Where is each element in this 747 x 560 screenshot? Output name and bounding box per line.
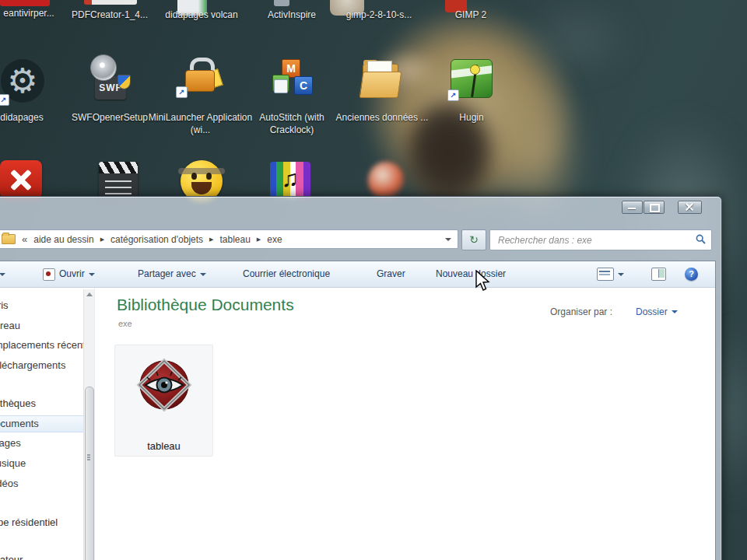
desktop-icon-hugin[interactable]: Hugin: [425, 112, 518, 124]
desktop-icon-didapages-volcan[interactable]: didapages volcan: [151, 9, 252, 22]
help-icon: ?: [685, 268, 698, 281]
desktop-icon-minilauncher[interactable]: MiniLauncher Application (wi...: [148, 112, 253, 136]
clapperboard-icon[interactable]: [99, 162, 138, 201]
desktop-icon-label: eantivirper...: [3, 8, 54, 19]
chevron-down-icon: [200, 273, 206, 276]
anciennes-folder-icon[interactable]: [359, 59, 403, 100]
sidebar-item-videos[interactable]: Vidéos: [0, 478, 19, 489]
preview-pane-button[interactable]: [651, 261, 666, 287]
antivir-icon[interactable]: [0, 0, 50, 6]
minimize-icon: [628, 208, 636, 209]
hugin-icon[interactable]: ↗: [451, 59, 493, 98]
refresh-button[interactable]: ↻: [461, 229, 486, 250]
cd-icon: [90, 54, 117, 81]
chevron-down-icon: [618, 273, 624, 276]
desktop-icon-label: PDFCreator-1_4...: [72, 9, 148, 20]
chevron-down-icon: [672, 310, 678, 313]
tableau-eye-icon: [135, 356, 194, 415]
minimize-button[interactable]: [622, 201, 643, 214]
sidebar-item-favoris[interactable]: Favoris: [0, 299, 9, 311]
activinspire-icon[interactable]: [274, 0, 289, 6]
shortcut-arrow-icon: [274, 79, 288, 93]
sidebar-item-telechargements[interactable]: Téléchargements: [0, 359, 65, 371]
desktop-icon-swfopener[interactable]: SWFOpenerSetup: [63, 112, 156, 124]
block-c-icon: C: [294, 76, 313, 95]
breadcrumb-item[interactable]: exe: [265, 234, 283, 245]
xmind-icon[interactable]: [0, 160, 42, 199]
desktop-icon-activinspire[interactable]: ActivInspire: [241, 9, 342, 22]
gear-icon: ⚙: [7, 61, 37, 100]
folder-icon: [2, 234, 16, 244]
search-box[interactable]: [489, 229, 712, 250]
search-input[interactable]: [496, 231, 693, 249]
breadcrumb-overflow-chevron[interactable]: «: [16, 233, 32, 245]
scrollbar-thumb[interactable]: [85, 387, 94, 560]
refresh-icon: ↻: [469, 233, 479, 246]
desktop-icon-anciennes[interactable]: Anciennes données ...: [335, 112, 429, 124]
breadcrumb-separator-icon[interactable]: ▶: [205, 236, 218, 243]
sidebar-scrollbar[interactable]: [83, 289, 94, 560]
change-view-button[interactable]: [597, 261, 624, 287]
pdfcreator-icon[interactable]: [84, 0, 137, 5]
folder-front-icon: [359, 72, 402, 98]
command-bar: Ouvrir Partager avec Courrier électroniq…: [0, 261, 715, 288]
desktop-icon-didapages[interactable]: didapages: [0, 112, 68, 124]
explorer-window: « aide au dessin ▶ catégorisation d'obje…: [0, 196, 722, 560]
scroll-up-icon[interactable]: [86, 292, 93, 296]
search-icon[interactable]: [696, 234, 706, 244]
maximize-icon: [650, 204, 660, 212]
shortcut-arrow-icon: ↗: [0, 94, 9, 106]
sidebar-item-images[interactable]: Images: [0, 437, 21, 449]
window-client-area: Ouvrir Partager avec Courrier électroniq…: [0, 261, 716, 560]
maximize-button[interactable]: [644, 201, 665, 214]
close-button[interactable]: [678, 201, 702, 214]
breadcrumb-item[interactable]: tableau: [218, 234, 251, 245]
sidebar-item-bureau[interactable]: Bureau: [0, 320, 20, 331]
desktop-icon-pdfcreator[interactable]: PDFCreator-1_4...: [59, 9, 160, 22]
organize-by-value: Dossier: [636, 306, 668, 317]
address-bar[interactable]: « aide au dessin ▶ catégorisation d'obje…: [0, 229, 458, 249]
desktop-icon-gimp-installer[interactable]: gimp-2-8-10-s...: [328, 9, 430, 22]
sidebar-item-ordinateur[interactable]: Ordinateur: [0, 554, 23, 560]
desktop-icon-label: GIMP 2: [455, 9, 486, 20]
sidebar-item-groupe-residentiel[interactable]: Groupe résidentiel: [0, 516, 58, 528]
app-icon-partial[interactable]: [368, 162, 404, 199]
sidebar-item-emplacements-recents[interactable]: Emplacements récents: [0, 339, 90, 351]
organize-by-label: Organiser par :: [550, 306, 612, 317]
organiser-dropdown[interactable]: [0, 261, 5, 287]
ouvrir-button[interactable]: Ouvrir: [43, 261, 95, 287]
desktop-icon-label: didapages: [0, 112, 43, 123]
swfopener-icon[interactable]: SWF: [89, 59, 132, 103]
breadcrumb-item[interactable]: aide au dessin: [32, 234, 95, 245]
graver-button[interactable]: Graver: [377, 261, 405, 287]
music-app-icon[interactable]: ♫: [270, 162, 310, 198]
help-button[interactable]: ?: [685, 261, 698, 287]
nouveau-dossier-button[interactable]: Nouveau dossier: [436, 261, 506, 287]
autostitch-icon[interactable]: M C: [271, 59, 314, 100]
courrier-label: Courrier électronique: [243, 261, 330, 287]
minilauncher-padlock-icon[interactable]: ↗: [179, 58, 223, 101]
library-subtitle: exe: [118, 319, 132, 328]
uac-shield-icon: [117, 75, 131, 89]
breadcrumb-separator-icon[interactable]: ▶: [252, 236, 265, 243]
breadcrumb-separator-icon[interactable]: ▶: [96, 236, 109, 243]
music-note-icon: ♫: [282, 166, 300, 191]
breadcrumb-item[interactable]: catégorisation d'objets: [109, 234, 205, 245]
ouvrir-label: Ouvrir: [59, 261, 85, 287]
desktop-icon-autostitch[interactable]: AutoStitch (with Cracklock): [243, 112, 341, 136]
file-item-tableau[interactable]: tableau: [114, 345, 213, 457]
desktop-icon-label: ActivInspire: [268, 9, 316, 20]
desktop-icon-gimp2[interactable]: GIMP 2: [420, 9, 521, 22]
sidebar-item-documents[interactable]: Documents: [0, 418, 39, 429]
organize-by-dropdown[interactable]: Dossier: [636, 306, 678, 317]
views-icon: [597, 268, 614, 281]
sidebar-item-musique[interactable]: Musique: [0, 457, 26, 469]
desktop-icon-label: Hugin: [459, 112, 483, 123]
sidebar-item-bibliotheques[interactable]: Bibliothèques: [0, 397, 36, 409]
courrier-electronique-button[interactable]: Courrier électronique: [243, 261, 330, 287]
desktop-icon-label: SWFOpenerSetup: [72, 112, 148, 123]
partager-avec-button[interactable]: Partager avec: [138, 261, 206, 287]
desktop-icon-label: AutoStitch (with Cracklock): [259, 112, 324, 135]
didapages-gear-icon[interactable]: ⚙ ↗: [1, 59, 44, 103]
address-dropdown-icon[interactable]: [445, 238, 451, 241]
